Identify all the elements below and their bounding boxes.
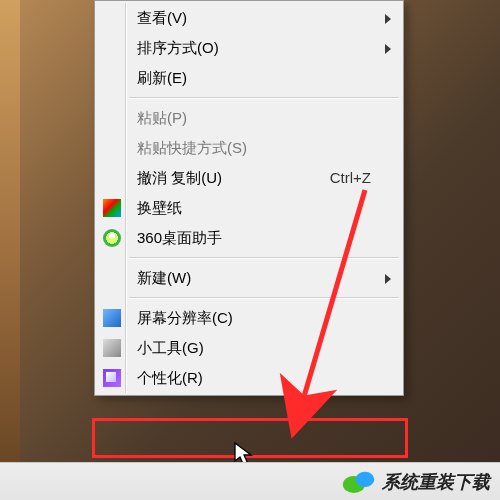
menu-item-screen-resolution[interactable]: 屏幕分辨率(C) xyxy=(97,303,401,333)
menu-item-360-desktop-helper[interactable]: 360桌面助手 xyxy=(97,223,401,253)
menu-label: 360桌面助手 xyxy=(137,229,222,246)
menu-item-paste[interactable]: 粘贴(P) xyxy=(97,103,401,133)
menu-shortcut: Ctrl+Z xyxy=(330,163,371,193)
annotation-highlight-box xyxy=(92,418,408,458)
menu-label: 排序方式(O) xyxy=(137,39,219,56)
menu-item-view[interactable]: 查看(V) xyxy=(97,3,401,33)
menu-item-sort-by[interactable]: 排序方式(O) xyxy=(97,33,401,63)
menu-separator xyxy=(129,257,399,259)
360-icon xyxy=(103,229,121,247)
menu-item-gadgets[interactable]: 小工具(G) xyxy=(97,333,401,363)
submenu-arrow-icon xyxy=(385,14,391,24)
svg-point-1 xyxy=(356,471,375,486)
menu-label: 屏幕分辨率(C) xyxy=(137,309,233,326)
gadget-icon xyxy=(103,339,121,357)
menu-label: 查看(V) xyxy=(137,9,187,26)
menu-item-new[interactable]: 新建(W) xyxy=(97,263,401,293)
footer-logo-icon xyxy=(342,469,376,495)
menu-label: 新建(W) xyxy=(137,269,191,286)
menu-label: 粘贴(P) xyxy=(137,109,187,126)
menu-item-change-wallpaper[interactable]: 换壁纸 xyxy=(97,193,401,223)
personalize-icon xyxy=(103,369,121,387)
wallpaper-icon xyxy=(103,199,121,217)
desktop-context-menu: 查看(V) 排序方式(O) 刷新(E) 粘贴(P) 粘贴快捷方式(S) 撤消 复… xyxy=(94,0,404,396)
menu-separator xyxy=(129,97,399,99)
menu-label: 撤消 复制(U) xyxy=(137,169,222,186)
menu-item-personalize[interactable]: 个性化(R) xyxy=(97,363,401,393)
monitor-icon xyxy=(103,309,121,327)
menu-label: 粘贴快捷方式(S) xyxy=(137,139,247,156)
menu-item-refresh[interactable]: 刷新(E) xyxy=(97,63,401,93)
submenu-arrow-icon xyxy=(385,44,391,54)
menu-label: 换壁纸 xyxy=(137,199,182,216)
submenu-arrow-icon xyxy=(385,274,391,284)
menu-label: 小工具(G) xyxy=(137,339,204,356)
menu-label: 刷新(E) xyxy=(137,69,187,86)
menu-item-undo[interactable]: 撤消 复制(U) Ctrl+Z xyxy=(97,163,401,193)
menu-item-paste-shortcut[interactable]: 粘贴快捷方式(S) xyxy=(97,133,401,163)
menu-label: 个性化(R) xyxy=(137,369,203,386)
menu-separator xyxy=(129,297,399,299)
desktop-background[interactable] xyxy=(0,0,20,500)
footer-text: 系统重装下载 xyxy=(382,470,490,494)
page-footer: 系统重装下载 xyxy=(0,462,500,500)
